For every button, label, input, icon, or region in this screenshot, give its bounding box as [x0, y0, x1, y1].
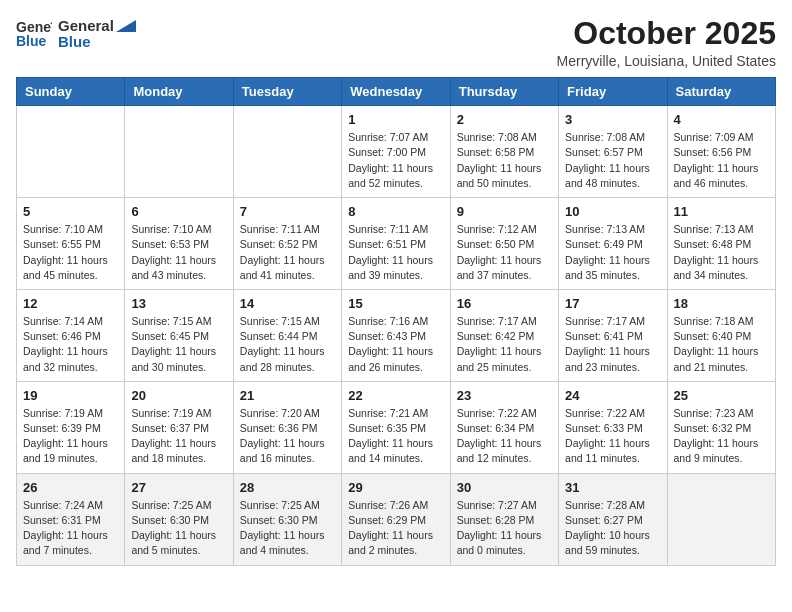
- calendar-day-2: 2Sunrise: 7:08 AM Sunset: 6:58 PM Daylig…: [450, 106, 558, 198]
- day-number-7: 7: [240, 204, 335, 219]
- calendar-day-empty: [125, 106, 233, 198]
- weekday-header-friday: Friday: [559, 78, 667, 106]
- day-number-6: 6: [131, 204, 226, 219]
- day-info-26: Sunrise: 7:24 AM Sunset: 6:31 PM Dayligh…: [23, 498, 118, 559]
- calendar-day-9: 9Sunrise: 7:12 AM Sunset: 6:50 PM Daylig…: [450, 198, 558, 290]
- day-number-30: 30: [457, 480, 552, 495]
- day-number-19: 19: [23, 388, 118, 403]
- day-number-10: 10: [565, 204, 660, 219]
- day-info-2: Sunrise: 7:08 AM Sunset: 6:58 PM Dayligh…: [457, 130, 552, 191]
- day-number-25: 25: [674, 388, 769, 403]
- day-number-16: 16: [457, 296, 552, 311]
- day-info-9: Sunrise: 7:12 AM Sunset: 6:50 PM Dayligh…: [457, 222, 552, 283]
- calendar-day-empty: [667, 473, 775, 565]
- calendar-day-26: 26Sunrise: 7:24 AM Sunset: 6:31 PM Dayli…: [17, 473, 125, 565]
- calendar-day-27: 27Sunrise: 7:25 AM Sunset: 6:30 PM Dayli…: [125, 473, 233, 565]
- day-info-1: Sunrise: 7:07 AM Sunset: 7:00 PM Dayligh…: [348, 130, 443, 191]
- calendar-day-23: 23Sunrise: 7:22 AM Sunset: 6:34 PM Dayli…: [450, 381, 558, 473]
- calendar-day-5: 5Sunrise: 7:10 AM Sunset: 6:55 PM Daylig…: [17, 198, 125, 290]
- calendar-day-empty: [17, 106, 125, 198]
- day-info-30: Sunrise: 7:27 AM Sunset: 6:28 PM Dayligh…: [457, 498, 552, 559]
- day-info-6: Sunrise: 7:10 AM Sunset: 6:53 PM Dayligh…: [131, 222, 226, 283]
- day-info-18: Sunrise: 7:18 AM Sunset: 6:40 PM Dayligh…: [674, 314, 769, 375]
- calendar-day-18: 18Sunrise: 7:18 AM Sunset: 6:40 PM Dayli…: [667, 289, 775, 381]
- page-header: General Blue General Blue October 2025 M…: [16, 16, 776, 69]
- day-number-15: 15: [348, 296, 443, 311]
- day-info-24: Sunrise: 7:22 AM Sunset: 6:33 PM Dayligh…: [565, 406, 660, 467]
- day-info-13: Sunrise: 7:15 AM Sunset: 6:45 PM Dayligh…: [131, 314, 226, 375]
- day-number-5: 5: [23, 204, 118, 219]
- calendar-header-row: SundayMondayTuesdayWednesdayThursdayFrid…: [17, 78, 776, 106]
- calendar-day-22: 22Sunrise: 7:21 AM Sunset: 6:35 PM Dayli…: [342, 381, 450, 473]
- day-number-8: 8: [348, 204, 443, 219]
- calendar-day-11: 11Sunrise: 7:13 AM Sunset: 6:48 PM Dayli…: [667, 198, 775, 290]
- location-text: Merryville, Louisiana, United States: [557, 53, 776, 69]
- day-info-28: Sunrise: 7:25 AM Sunset: 6:30 PM Dayligh…: [240, 498, 335, 559]
- calendar-day-30: 30Sunrise: 7:27 AM Sunset: 6:28 PM Dayli…: [450, 473, 558, 565]
- day-info-19: Sunrise: 7:19 AM Sunset: 6:39 PM Dayligh…: [23, 406, 118, 467]
- day-info-31: Sunrise: 7:28 AM Sunset: 6:27 PM Dayligh…: [565, 498, 660, 559]
- calendar-day-15: 15Sunrise: 7:16 AM Sunset: 6:43 PM Dayli…: [342, 289, 450, 381]
- logo: General Blue General Blue: [16, 16, 136, 52]
- logo-arrow-icon: [116, 20, 136, 32]
- calendar-day-14: 14Sunrise: 7:15 AM Sunset: 6:44 PM Dayli…: [233, 289, 341, 381]
- day-number-23: 23: [457, 388, 552, 403]
- day-info-27: Sunrise: 7:25 AM Sunset: 6:30 PM Dayligh…: [131, 498, 226, 559]
- day-number-21: 21: [240, 388, 335, 403]
- day-number-28: 28: [240, 480, 335, 495]
- weekday-header-thursday: Thursday: [450, 78, 558, 106]
- calendar-day-8: 8Sunrise: 7:11 AM Sunset: 6:51 PM Daylig…: [342, 198, 450, 290]
- svg-text:Blue: Blue: [16, 33, 47, 49]
- calendar-week-2: 5Sunrise: 7:10 AM Sunset: 6:55 PM Daylig…: [17, 198, 776, 290]
- calendar-week-5: 26Sunrise: 7:24 AM Sunset: 6:31 PM Dayli…: [17, 473, 776, 565]
- day-info-20: Sunrise: 7:19 AM Sunset: 6:37 PM Dayligh…: [131, 406, 226, 467]
- weekday-header-sunday: Sunday: [17, 78, 125, 106]
- day-number-12: 12: [23, 296, 118, 311]
- day-info-23: Sunrise: 7:22 AM Sunset: 6:34 PM Dayligh…: [457, 406, 552, 467]
- day-info-17: Sunrise: 7:17 AM Sunset: 6:41 PM Dayligh…: [565, 314, 660, 375]
- day-number-18: 18: [674, 296, 769, 311]
- day-number-26: 26: [23, 480, 118, 495]
- calendar-day-3: 3Sunrise: 7:08 AM Sunset: 6:57 PM Daylig…: [559, 106, 667, 198]
- day-number-20: 20: [131, 388, 226, 403]
- calendar-table: SundayMondayTuesdayWednesdayThursdayFrid…: [16, 77, 776, 565]
- day-info-5: Sunrise: 7:10 AM Sunset: 6:55 PM Dayligh…: [23, 222, 118, 283]
- day-number-3: 3: [565, 112, 660, 127]
- day-info-25: Sunrise: 7:23 AM Sunset: 6:32 PM Dayligh…: [674, 406, 769, 467]
- day-number-4: 4: [674, 112, 769, 127]
- day-number-11: 11: [674, 204, 769, 219]
- day-number-2: 2: [457, 112, 552, 127]
- day-info-10: Sunrise: 7:13 AM Sunset: 6:49 PM Dayligh…: [565, 222, 660, 283]
- calendar-day-7: 7Sunrise: 7:11 AM Sunset: 6:52 PM Daylig…: [233, 198, 341, 290]
- logo-icon: General Blue: [16, 16, 52, 52]
- day-number-27: 27: [131, 480, 226, 495]
- calendar-day-13: 13Sunrise: 7:15 AM Sunset: 6:45 PM Dayli…: [125, 289, 233, 381]
- day-info-8: Sunrise: 7:11 AM Sunset: 6:51 PM Dayligh…: [348, 222, 443, 283]
- weekday-header-wednesday: Wednesday: [342, 78, 450, 106]
- calendar-day-29: 29Sunrise: 7:26 AM Sunset: 6:29 PM Dayli…: [342, 473, 450, 565]
- day-info-14: Sunrise: 7:15 AM Sunset: 6:44 PM Dayligh…: [240, 314, 335, 375]
- calendar-day-12: 12Sunrise: 7:14 AM Sunset: 6:46 PM Dayli…: [17, 289, 125, 381]
- day-info-29: Sunrise: 7:26 AM Sunset: 6:29 PM Dayligh…: [348, 498, 443, 559]
- svg-marker-3: [116, 20, 136, 32]
- calendar-day-1: 1Sunrise: 7:07 AM Sunset: 7:00 PM Daylig…: [342, 106, 450, 198]
- day-info-15: Sunrise: 7:16 AM Sunset: 6:43 PM Dayligh…: [348, 314, 443, 375]
- day-number-9: 9: [457, 204, 552, 219]
- day-number-24: 24: [565, 388, 660, 403]
- calendar-day-16: 16Sunrise: 7:17 AM Sunset: 6:42 PM Dayli…: [450, 289, 558, 381]
- calendar-day-25: 25Sunrise: 7:23 AM Sunset: 6:32 PM Dayli…: [667, 381, 775, 473]
- calendar-day-10: 10Sunrise: 7:13 AM Sunset: 6:49 PM Dayli…: [559, 198, 667, 290]
- day-info-22: Sunrise: 7:21 AM Sunset: 6:35 PM Dayligh…: [348, 406, 443, 467]
- day-number-1: 1: [348, 112, 443, 127]
- title-section: October 2025 Merryville, Louisiana, Unit…: [557, 16, 776, 69]
- day-number-22: 22: [348, 388, 443, 403]
- calendar-day-21: 21Sunrise: 7:20 AM Sunset: 6:36 PM Dayli…: [233, 381, 341, 473]
- weekday-header-tuesday: Tuesday: [233, 78, 341, 106]
- calendar-day-6: 6Sunrise: 7:10 AM Sunset: 6:53 PM Daylig…: [125, 198, 233, 290]
- day-info-7: Sunrise: 7:11 AM Sunset: 6:52 PM Dayligh…: [240, 222, 335, 283]
- calendar-day-24: 24Sunrise: 7:22 AM Sunset: 6:33 PM Dayli…: [559, 381, 667, 473]
- day-number-13: 13: [131, 296, 226, 311]
- calendar-day-20: 20Sunrise: 7:19 AM Sunset: 6:37 PM Dayli…: [125, 381, 233, 473]
- weekday-header-saturday: Saturday: [667, 78, 775, 106]
- day-number-17: 17: [565, 296, 660, 311]
